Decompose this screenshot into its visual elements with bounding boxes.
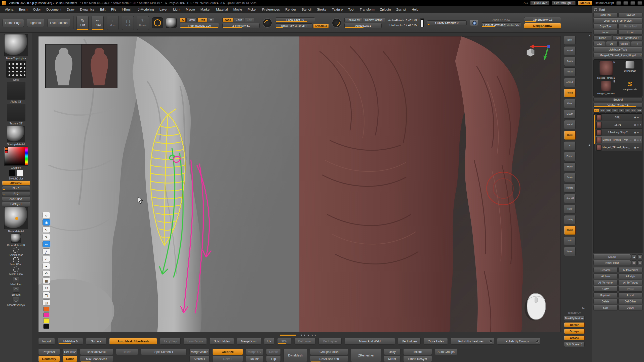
document-canvas[interactable]: ☼◉↖✎✏╱∴●↶▦✉▢▤ — [38, 36, 560, 332]
trash-icon[interactable]: ▦ — [43, 278, 50, 284]
gradient-picker[interactable] — [4, 147, 28, 166]
scroll-button[interactable]: Scroll — [564, 46, 576, 55]
folder-collapse-icon[interactable]: ◇ — [637, 260, 642, 265]
auto-mask-fibermesh-button[interactable]: Auto Mask FiberMesh — [109, 338, 157, 345]
focal-gauge-icon[interactable] — [263, 18, 272, 28]
menu-layer[interactable]: Layer — [157, 7, 170, 12]
palette-item-basicmaterialb[interactable]: BasicMaterialB — [7, 234, 25, 247]
black-swatch[interactable] — [9, 170, 15, 176]
pick-subtool-icon[interactable]: ◈ — [637, 254, 642, 259]
menu-movie[interactable]: Movie — [231, 7, 245, 12]
mrgb-toggle[interactable]: Mrgb — [186, 18, 197, 22]
xpose-button[interactable]: Xpose — [564, 247, 576, 256]
polyf-button[interactable]: PolyF — [564, 205, 576, 214]
palette-item-masklasso[interactable]: MaskLasso — [9, 266, 23, 276]
bpr-button[interactable]: BPR — [564, 36, 576, 45]
frame-button[interactable]: Frame — [564, 152, 576, 161]
palette-item-selectlasso[interactable]: SelectLasso — [9, 247, 23, 256]
palette-item-startupmaterial[interactable]: StartupMaterial — [7, 126, 25, 146]
subtool-sculpt-icon[interactable]: ○ — [640, 116, 641, 119]
solo-button[interactable]: Solo — [564, 236, 576, 245]
goz-visible-button[interactable]: Visible — [618, 41, 630, 46]
mirror-button[interactable]: Mirror — [384, 356, 400, 362]
line-fill-button[interactable]: Line Fill — [564, 194, 576, 203]
flip-button[interactable]: Flip — [266, 356, 281, 362]
menu-color[interactable]: Color — [30, 7, 43, 12]
lightbox-tools-button[interactable]: Lightbox►Tools — [593, 47, 642, 52]
subtool-row-0[interactable]: 16강◉●○ — [595, 114, 642, 121]
menu-stencil[interactable]: Stencil — [299, 7, 314, 12]
points-vslider[interactable] — [420, 18, 424, 27]
storemt-button[interactable]: StoreMT — [189, 356, 210, 362]
subtool-eye-icon[interactable]: ◉ — [634, 139, 636, 141]
del-hidden-button[interactable]: Del Hidden — [398, 338, 421, 345]
color-button[interactable]: Color — [63, 356, 77, 362]
zadd-toggle[interactable]: Zadd — [222, 18, 233, 22]
subtool-tab-v2[interactable]: V2 — [600, 108, 606, 113]
resolution-128-button[interactable]: Resolution 128 — [310, 356, 348, 362]
palette-item-gradient[interactable]: Gradient — [4, 147, 28, 169]
menu-zscript[interactable]: Zscript — [394, 7, 409, 12]
save-as-button[interactable]: Save As — [618, 12, 642, 17]
window-icon[interactable] — [637, 1, 642, 5]
accucurve-button[interactable]: AccuCurve — [2, 197, 30, 201]
subtool-tab-v5[interactable]: V5 — [618, 108, 624, 113]
menu-alpha[interactable]: Alpha — [3, 7, 16, 12]
rotate-button[interactable]: Rotate — [564, 184, 576, 193]
zsub-toggle[interactable]: Zsub — [234, 18, 244, 22]
lazystep-button[interactable]: LazyStep — [160, 338, 181, 345]
camera-icon[interactable] — [470, 20, 478, 26]
dot-icon[interactable]: ● — [43, 263, 50, 269]
dynamic-toggle[interactable]: Dynamic — [313, 24, 329, 28]
subtool-tab-v4[interactable]: V4 — [612, 108, 618, 113]
goz-all-button[interactable]: All — [606, 41, 618, 46]
unify-button[interactable]: Unify — [384, 349, 400, 355]
live-boolean-button[interactable]: Live Boolean — [47, 19, 70, 27]
menu-tool[interactable]: Tool — [346, 7, 357, 12]
subtool-tab-v6[interactable]: V6 — [624, 108, 630, 113]
cursor-icon[interactable]: ↖ — [43, 227, 50, 233]
rename-button[interactable]: Rename — [593, 267, 618, 273]
export-button[interactable]: Export — [618, 30, 642, 35]
move-button[interactable]: Move — [107, 16, 119, 30]
menu-j-modeling[interactable]: J-Modeling — [135, 7, 156, 12]
pen-icon[interactable]: ✎ — [43, 234, 50, 240]
color-swatch-1[interactable] — [43, 312, 49, 317]
line-icon[interactable]: ╱ — [43, 248, 50, 255]
subtool-scrollbar[interactable] — [594, 115, 595, 144]
screen-icon[interactable]: ▢ — [43, 292, 50, 298]
home-page-button[interactable]: Home Page — [3, 19, 24, 27]
mergedown-button[interactable]: MergeDown — [237, 338, 261, 345]
backfacemask-button[interactable]: BackfaceMask — [80, 349, 113, 355]
gravity-strength-slider[interactable]: Gravity Strength 0 — [427, 20, 467, 25]
lightbox-button[interactable]: LightBox — [27, 19, 44, 27]
uv-button[interactable]: Uv — [264, 338, 274, 345]
palette-item-selectrect[interactable]: SelectRect — [10, 257, 22, 266]
subtool-sculpt-icon[interactable]: ○ — [640, 146, 641, 149]
menu-draw[interactable]: Draw — [64, 7, 77, 12]
color-swatch-2[interactable] — [43, 318, 49, 323]
current-tool-button[interactable]: Merged_TPose1_Ryan_Kingsli — [593, 53, 642, 58]
bulb-icon[interactable]: ☼ — [43, 212, 50, 218]
rf-slider[interactable]: Rf 0 — [2, 191, 30, 196]
draw-button[interactable]: Draw — [92, 16, 104, 30]
copy-button[interactable]: Copy — [593, 286, 618, 292]
split-screen-1-button[interactable]: Split Screen 1 — [141, 349, 187, 355]
blur-slider[interactable]: Blur 0 — [2, 186, 30, 191]
clone-button[interactable]: Clone — [593, 35, 612, 40]
tray-divider-handle[interactable] — [585, 33, 592, 362]
menu-stroke[interactable]: Stroke — [314, 7, 329, 12]
crease-toggle[interactable]: Crease — [564, 335, 585, 340]
all-high-button[interactable]: All High — [618, 274, 642, 279]
palette-item-switchcolor[interactable]: SwitchColor — [9, 170, 23, 180]
menu-file[interactable]: File — [108, 7, 119, 12]
switchcolor-swatches[interactable] — [9, 170, 23, 176]
menu-dynamics[interactable]: Dynamics — [77, 7, 97, 12]
zremesher-button[interactable]: ZRemesher — [351, 349, 381, 362]
menu-zplugin[interactable]: Zplugin — [378, 7, 393, 12]
all-low-button[interactable]: All Low — [593, 274, 618, 279]
menu-picker[interactable]: Picker — [245, 7, 259, 12]
split-hidden-button[interactable]: Split Hidden — [210, 338, 234, 345]
palette-item-texture-off[interactable]: Texture Off — [7, 104, 25, 125]
tool-thumb-merged-tpose1[interactable]: 5 Merged_TPose1 — [595, 61, 618, 79]
